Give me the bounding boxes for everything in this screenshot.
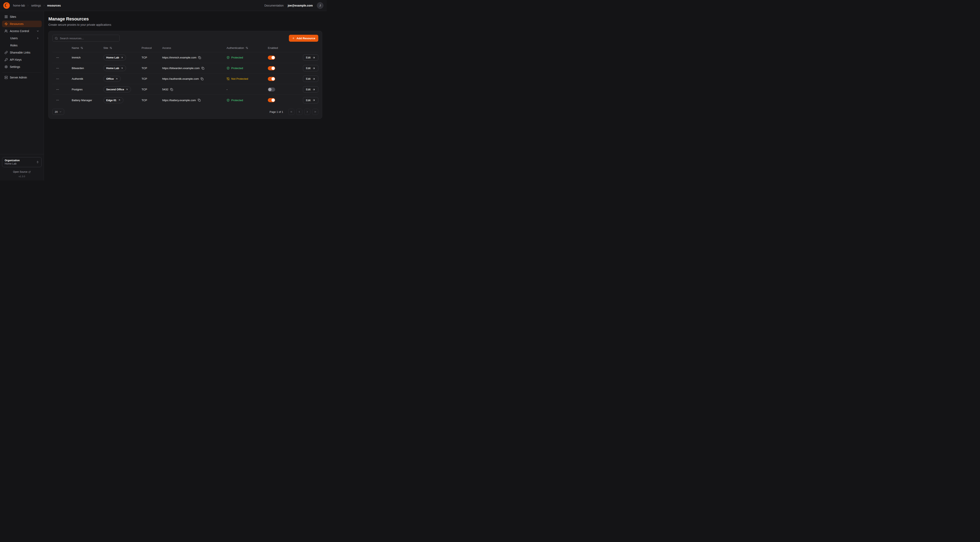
next-page-button[interactable] — [304, 109, 310, 115]
copy-icon[interactable] — [201, 67, 204, 70]
sidebar-item-label: Roles — [10, 44, 18, 47]
chevron-right-icon — [37, 37, 39, 40]
previous-page-button[interactable] — [296, 109, 302, 115]
resource-name: Postgres — [72, 88, 103, 91]
sidebar-item-sites[interactable]: Sites — [2, 13, 42, 20]
page-info: Page 1 of 1 — [270, 110, 283, 113]
sidebar-item-access-control[interactable]: Access Control — [2, 28, 42, 34]
sidebar-item-users[interactable]: Users — [2, 35, 42, 41]
resources-table: Name Site Protocol Access — [52, 44, 318, 105]
copy-icon[interactable] — [198, 99, 200, 102]
arrow-up-right-icon — [126, 88, 128, 91]
edit-button[interactable]: Edit — [303, 97, 318, 104]
row-menu-button[interactable] — [56, 88, 60, 92]
header-authentication[interactable]: Authentication — [227, 46, 248, 49]
header-name[interactable]: Name — [72, 46, 83, 49]
site-link[interactable]: Edge 01 — [103, 97, 123, 103]
ellipsis-icon — [56, 99, 59, 102]
arrow-right-icon — [312, 67, 315, 70]
authentication-status: Protected — [227, 67, 243, 70]
toggle-knob — [272, 99, 275, 102]
enabled-toggle[interactable] — [268, 77, 275, 81]
sidebar-item-label: API Keys — [10, 58, 22, 61]
edit-label: Edit — [306, 88, 310, 91]
user-email[interactable]: joe@example.com — [288, 4, 313, 7]
header-site[interactable]: Site — [103, 46, 112, 49]
app-version: v1.3.0 — [2, 175, 42, 178]
enabled-toggle[interactable] — [268, 88, 275, 92]
enabled-toggle[interactable] — [268, 66, 275, 70]
sidebar-item-label: Shareable Links — [10, 51, 30, 54]
resource-name: Authentik — [72, 77, 103, 80]
search-input[interactable] — [59, 37, 117, 40]
resource-name: Immich — [72, 56, 103, 59]
sidebar-item-server-admin[interactable]: Server Admin — [2, 74, 42, 81]
organization-selector[interactable]: Organization Home Lab — [2, 157, 42, 167]
edit-label: Edit — [306, 67, 310, 70]
chevrons-right-icon — [314, 110, 317, 113]
table-row: Immich Home Lab TCP https://immich.examp… — [52, 52, 318, 63]
sidebar-item-label: Access Control — [10, 29, 29, 33]
sidebar-item-roles[interactable]: Roles — [2, 42, 42, 49]
open-source-link[interactable]: Open Source — [2, 171, 42, 173]
grid-icon — [5, 15, 8, 18]
page-size-select[interactable]: 20 — [52, 109, 64, 115]
protocol-value: TCP — [142, 67, 162, 70]
chevrons-left-icon — [290, 110, 293, 113]
waypoints-icon — [5, 22, 8, 26]
authentication-label: Protected — [231, 67, 243, 70]
access-value: https://immich.example.com — [162, 56, 196, 59]
sidebar-item-api-keys[interactable]: API Keys — [2, 56, 42, 63]
protocol-value: TCP — [142, 56, 162, 59]
users-icon — [5, 29, 8, 33]
first-page-button[interactable] — [288, 109, 294, 115]
shield-check-icon — [227, 67, 230, 70]
sidebar-item-resources[interactable]: Resources — [2, 21, 42, 27]
edit-button[interactable]: Edit — [303, 86, 318, 92]
arrow-up-right-icon — [121, 67, 123, 70]
site-link[interactable]: Second Office — [103, 86, 131, 92]
copy-icon[interactable] — [200, 78, 204, 80]
organization-value: Home Lab — [5, 162, 20, 166]
protocol-value: TCP — [142, 77, 162, 80]
edit-button[interactable]: Edit — [303, 76, 318, 82]
resource-name: Battery Manager — [72, 99, 103, 102]
search-icon — [55, 37, 58, 40]
resources-toolbar: Add Resource — [52, 35, 318, 42]
documentation-link[interactable]: Documentation — [264, 4, 283, 7]
site-link[interactable]: Office — [103, 76, 121, 82]
edit-button[interactable]: Edit — [303, 54, 318, 61]
enabled-toggle[interactable] — [268, 98, 275, 102]
page-size-value: 20 — [55, 110, 57, 113]
page-subtitle: Create secure proxies to your private ap… — [48, 23, 322, 26]
copy-icon[interactable] — [170, 88, 173, 91]
table-row: Battery Manager Edge 01 TCP https://batt… — [52, 95, 318, 105]
copy-icon[interactable] — [198, 56, 201, 59]
access-value: https://authentik.example.com — [162, 77, 199, 80]
arrow-up-right-icon — [115, 78, 118, 80]
row-menu-button[interactable] — [56, 98, 60, 102]
sidebar-item-settings[interactable]: Settings — [2, 64, 42, 70]
site-link[interactable]: Home Lab — [103, 65, 126, 71]
last-page-button[interactable] — [312, 109, 318, 115]
topbar-right: Documentation joe@example.com J — [264, 2, 323, 9]
add-resource-button[interactable]: Add Resource — [289, 35, 318, 42]
enabled-toggle[interactable] — [268, 56, 275, 60]
access-value: 5432 — [162, 88, 168, 91]
sidebar-item-shareable-links[interactable]: Shareable Links — [2, 49, 42, 56]
app-logo[interactable] — [3, 2, 10, 9]
row-menu-button[interactable] — [56, 66, 60, 70]
add-resource-label: Add Resource — [296, 37, 315, 40]
edit-label: Edit — [306, 99, 310, 102]
site-link[interactable]: Home Lab — [103, 54, 126, 61]
main-content: Manage Resources Create secure proxies t… — [44, 11, 327, 180]
site-name: Second Office — [106, 88, 124, 91]
avatar[interactable]: J — [317, 2, 323, 9]
authentication-status: Protected — [227, 99, 243, 102]
breadcrumb-settings[interactable]: settings — [31, 4, 41, 7]
resources-card: Add Resource Name Site — [48, 31, 322, 119]
breadcrumb-home-lab[interactable]: home-lab — [13, 4, 25, 7]
row-menu-button[interactable] — [56, 77, 60, 81]
row-menu-button[interactable] — [56, 56, 60, 60]
edit-button[interactable]: Edit — [303, 65, 318, 71]
